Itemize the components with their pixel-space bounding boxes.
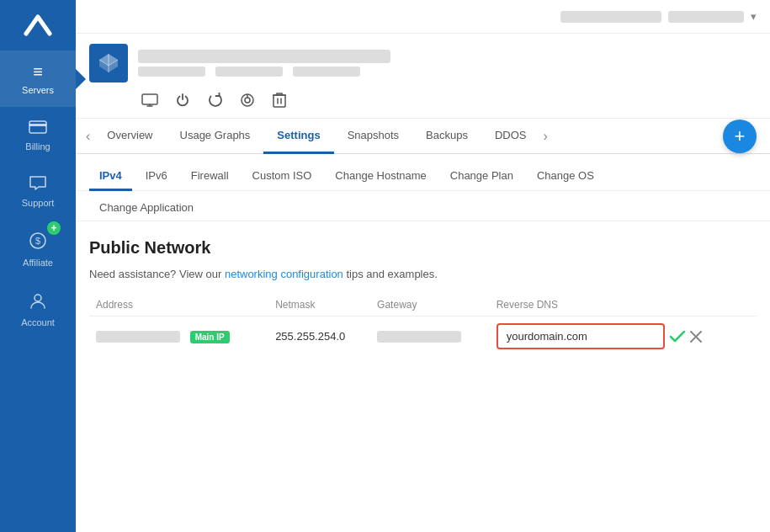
server-title-row [89,44,757,82]
server-meta-2 [215,66,283,77]
gateway-blur [377,331,461,343]
account-icon [29,291,47,314]
server-meta-1 [138,66,205,77]
svg-point-4 [35,295,41,301]
delete-button[interactable] [269,89,289,111]
networking-config-link[interactable]: networking configuration [225,268,343,280]
power-button[interactable] [172,89,194,111]
svg-rect-1 [29,124,46,126]
subtab-firewall[interactable]: Firewall [181,162,239,191]
col-netmask: Netmask [268,294,370,317]
subtab-change-os[interactable]: Change OS [527,162,604,191]
sidebar-item-servers[interactable]: ≡ Servers [0,51,76,107]
svg-point-8 [245,98,250,103]
sidebar-item-affiliate[interactable]: $ + Affiliate [0,220,76,279]
server-icon [89,44,128,82]
main-ip-badge: Main IP [190,331,230,343]
subtab-ipv6[interactable]: IPv6 [135,162,178,191]
help-text: Need assistance? View our networking con… [89,268,757,280]
tab-settings[interactable]: Settings [263,119,333,154]
svg-rect-10 [273,95,285,107]
netmask-value: 255.255.254.0 [275,330,345,343]
rdns-input-wrap [497,323,750,349]
affiliate-icon: $ [29,231,47,254]
subtab-ipv4[interactable]: IPv4 [89,162,132,191]
subtab-change-plan[interactable]: Change Plan [440,162,523,191]
sidebar-item-account-label: Account [21,317,55,327]
support-icon [29,175,47,194]
rdns-cell [490,317,757,357]
col-address: Address [89,294,268,317]
server-meta [138,66,390,77]
tab-usage-graphs[interactable]: Usage Graphs [167,119,264,154]
svg-rect-0 [29,121,46,133]
restart-button[interactable] [204,89,226,111]
server-actions [89,89,757,111]
topbar-dropdown-icon[interactable]: ▾ [751,10,757,23]
subtab-change-application[interactable]: Change Application [89,194,757,221]
col-rdns: Reverse DNS [490,294,757,317]
sidebar: ≡ Servers Billing Support $ + Affiliat [0,0,76,532]
help-text-prefix: Need assistance? View our [89,268,225,280]
topbar: ▾ [76,0,770,34]
tab-ddos[interactable]: DDOS [481,119,540,154]
affiliate-plus-badge: + [47,221,61,235]
rdns-input[interactable] [497,323,665,349]
sidebar-item-servers-label: Servers [22,85,54,95]
subtab-change-hostname[interactable]: Change Hostname [325,162,436,191]
section-title: Public Network [89,238,757,258]
gateway-cell [370,317,490,357]
main-tabs: ‹ Overview Usage Graphs Settings Snapsho… [76,119,770,154]
sidebar-active-chevron [76,69,86,89]
sidebar-item-billing[interactable]: Billing [0,107,76,163]
rdns-cancel-button[interactable] [690,331,702,343]
server-name-block [138,50,390,77]
sidebar-item-support-label: Support [22,198,55,208]
sidebar-logo [17,8,59,42]
monitor-button[interactable] [138,90,162,110]
media-button[interactable] [236,89,259,111]
col-gateway: Gateway [370,294,490,317]
topbar-blur-2 [668,11,744,23]
topbar-blur-1 [560,11,661,23]
tab-backups[interactable]: Backups [412,119,481,154]
server-header [76,34,770,119]
subtabs: IPv4 IPv6 Firewall Custom ISO Change Hos… [76,154,770,191]
tab-snapshots[interactable]: Snapshots [334,119,412,154]
server-name-blur [138,50,390,63]
table-row: Main IP 255.255.254.0 [89,317,757,357]
sidebar-item-affiliate-label: Affiliate [23,258,53,268]
tab-overview[interactable]: Overview [93,119,166,154]
subtab-custom-iso[interactable]: Custom ISO [242,162,322,191]
help-text-suffix: tips and examples. [343,268,438,280]
sidebar-item-support[interactable]: Support [0,163,76,220]
servers-icon: ≡ [33,62,43,82]
ip-address-blur [96,331,180,343]
sidebar-item-billing-label: Billing [25,141,50,152]
billing-icon [29,119,47,138]
tabs-prev-button[interactable]: ‹ [82,122,93,151]
topbar-info: ▾ [560,10,757,23]
svg-rect-6 [142,94,157,104]
main-content: ▾ [76,0,770,532]
server-meta-3 [293,66,360,77]
svg-text:$: $ [35,236,40,246]
address-cell: Main IP [89,317,268,357]
fab-add-button[interactable]: + [723,120,757,153]
network-table: Address Netmask Gateway Reverse DNS Main… [89,294,757,356]
sidebar-item-account[interactable]: Account [0,279,76,339]
rdns-save-button[interactable] [670,331,685,343]
tabs-next-button[interactable]: › [540,122,551,151]
content-area: Public Network Need assistance? View our… [76,221,770,532]
netmask-cell: 255.255.254.0 [268,317,370,357]
